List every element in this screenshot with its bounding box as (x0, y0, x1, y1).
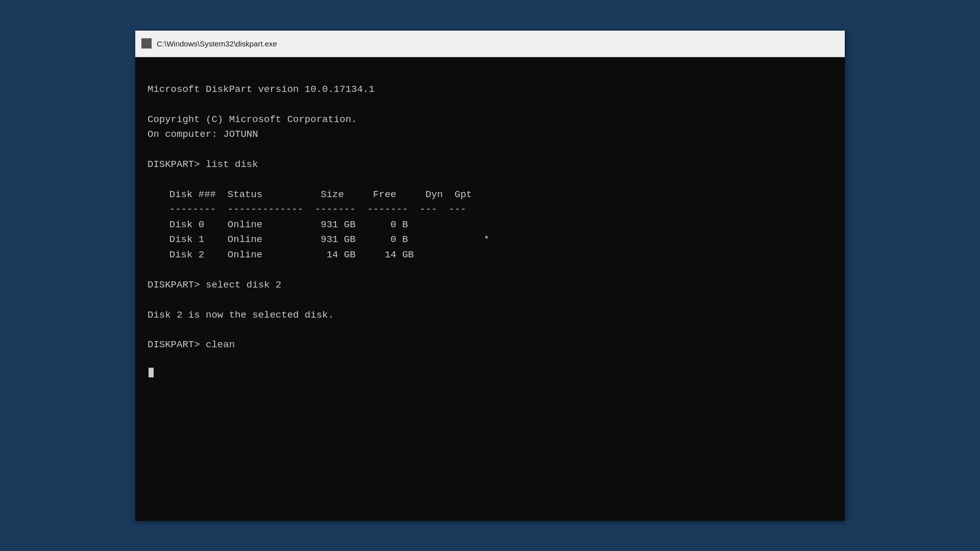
computer-line: On computer: JOTUNN (148, 127, 832, 142)
window-icon (141, 38, 152, 49)
table-header: Disk ### Status Size Free Dyn Gpt (148, 187, 832, 202)
terminal-output[interactable]: Microsoft DiskPart version 10.0.17134.1 … (135, 57, 845, 521)
version-line: Microsoft DiskPart version 10.0.17134.1 (148, 82, 832, 97)
command-clean: DISKPART> clean (148, 338, 832, 352)
disk2-row: Disk 2 Online 14 GB 14 GB (148, 248, 832, 262)
diskpart-window: C:\Windows\System32\diskpart.exe Microso… (135, 31, 845, 521)
title-bar[interactable]: C:\Windows\System32\diskpart.exe (135, 31, 845, 57)
disk0-row: Disk 0 Online 931 GB 0 B (148, 218, 832, 232)
disk1-row: Disk 1 Online 931 GB 0 B * (148, 232, 832, 247)
select-result: Disk 2 is now the selected disk. (148, 308, 832, 323)
svg-rect-3 (147, 44, 151, 47)
command-list-disk: DISKPART> list disk (148, 157, 832, 172)
svg-rect-1 (147, 39, 151, 43)
copyright-line: Copyright (C) Microsoft Corporation. (148, 112, 832, 127)
svg-rect-0 (142, 39, 146, 43)
svg-rect-2 (142, 44, 146, 47)
table-sep: -------- ------------- ------- ------- -… (148, 202, 832, 217)
cursor (149, 368, 154, 377)
title-bar-text: C:\Windows\System32\diskpart.exe (157, 39, 277, 48)
command-select-disk: DISKPART> select disk 2 (148, 278, 832, 293)
